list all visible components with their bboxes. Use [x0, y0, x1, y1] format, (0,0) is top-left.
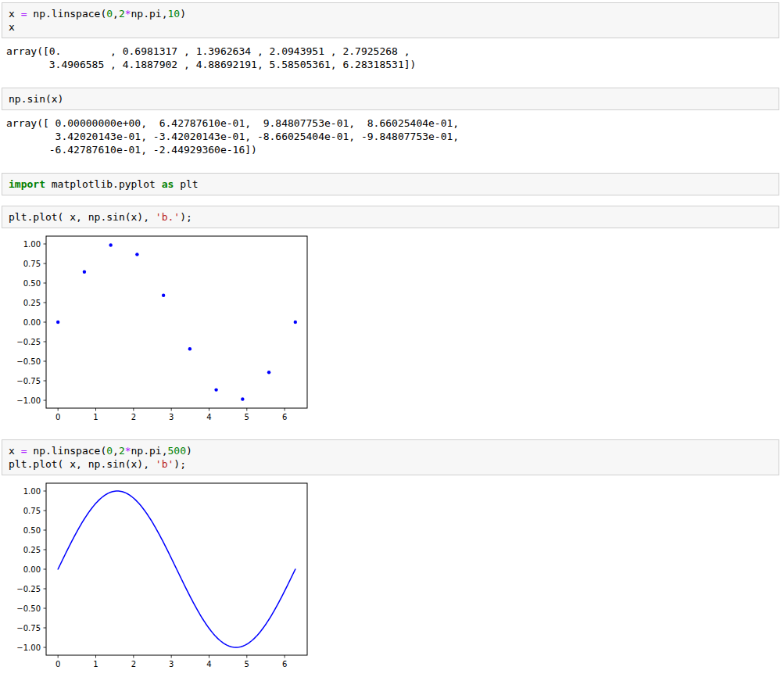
code-token-plain: , [113, 445, 119, 457]
y-tick-label: 0.25 [23, 546, 41, 554]
code-token-kw: import [9, 178, 45, 190]
output-array-x: array([0. , 0.6981317 , 1.3962634 , 2.09… [2, 45, 779, 71]
x-tick-label: 1 [93, 660, 98, 668]
y-tick-label: 0.00 [23, 318, 41, 327]
x-tick-label: 0 [55, 660, 60, 668]
x-tick-label: 6 [282, 660, 287, 668]
y-tick-label: 1.00 [23, 487, 41, 496]
code-token-num: 0 [106, 445, 113, 457]
x-tick-label: 2 [131, 413, 136, 421]
code-line: np.sin(x) [9, 92, 772, 106]
code-cell-linspace-10[interactable]: x = np.linspace(0,2*np.pi,10)x [2, 2, 779, 38]
code-token-num: 10 [168, 8, 181, 20]
code-cell-plot-dots[interactable]: plt.plot( x, np.sin(x), 'b.'); [2, 206, 779, 228]
code-token-plain: ); [180, 211, 192, 223]
x-tick-label: 6 [282, 413, 287, 421]
plot-figure-sine-line: 01234561.000.750.500.250.00−0.25−0.50−0.… [2, 480, 779, 674]
code-token-op: * [125, 445, 131, 457]
code-token-kw: as [162, 178, 174, 190]
code-token-plain: ); [174, 458, 186, 470]
code-cell-np-sin[interactable]: np.sin(x) [2, 88, 779, 110]
y-tick-label: 0.75 [23, 260, 41, 268]
y-tick-label: −0.25 [16, 585, 41, 593]
output-array-sin: array([ 0.00000000e+00, 6.42787610e-01, … [2, 116, 779, 156]
y-tick-label: −0.50 [16, 357, 41, 366]
data-point [241, 397, 244, 400]
y-tick-label: 1.00 [23, 240, 41, 249]
code-line: import matplotlib.pyplot as plt [9, 177, 772, 191]
data-point [109, 243, 112, 246]
y-tick-label: 0.50 [23, 526, 41, 535]
code-token-num: 2 [119, 445, 125, 457]
x-tick-label: 2 [131, 660, 136, 668]
code-token-plain: np.sin(x) [9, 93, 63, 105]
y-tick-label: −1.00 [16, 396, 41, 405]
code-token-plain: ) [180, 8, 186, 20]
x-tick-label: 3 [169, 413, 174, 421]
code-token-num: 2 [119, 8, 125, 20]
code-token-num: 0 [106, 8, 113, 20]
code-token-plain: np.linspace( [27, 8, 106, 20]
code-token-plain: plt.plot( x, np.sin(x), [9, 458, 156, 470]
data-point [188, 347, 192, 350]
y-tick-label: 0.50 [23, 279, 41, 288]
x-tick-label: 5 [245, 413, 249, 421]
data-point [162, 294, 165, 297]
code-line: plt.plot( x, np.sin(x), 'b.'); [9, 210, 772, 224]
code-token-plain: x [9, 21, 15, 33]
y-tick-label: 0.25 [23, 299, 41, 307]
x-tick-label: 4 [206, 660, 211, 668]
code-token-plain: x [9, 445, 21, 457]
code-token-plain: plt [174, 178, 198, 190]
code-line: x = np.linspace(0,2*np.pi,500) [9, 444, 772, 457]
y-tick-label: −0.25 [16, 338, 41, 346]
data-point [83, 271, 86, 274]
y-tick-label: −0.75 [16, 624, 41, 633]
plot-figure-sine-scatter: 01234561.000.750.500.250.00−0.25−0.50−0.… [2, 233, 779, 427]
y-tick-label: −0.50 [16, 604, 41, 613]
code-line: plt.plot( x, np.sin(x), 'b'); [9, 457, 772, 471]
x-tick-label: 1 [93, 413, 98, 421]
code-token-plain: ) [186, 445, 192, 457]
code-cell-import-matplotlib[interactable]: import matplotlib.pyplot as plt [2, 173, 779, 195]
code-token-op: * [125, 8, 131, 20]
notebook: x = np.linspace(0,2*np.pi,10)x array([0.… [0, 0, 784, 674]
y-tick-label: 0.75 [23, 507, 41, 515]
data-point [56, 321, 59, 324]
y-tick-label: −0.75 [16, 377, 41, 385]
data-point [294, 321, 297, 324]
code-cell-linspace-500-plot[interactable]: x = np.linspace(0,2*np.pi,500)plt.plot( … [2, 439, 779, 475]
code-token-plain: , [113, 8, 119, 20]
code-token-plain: matplotlib.pyplot [45, 178, 162, 190]
code-token-plain: np.linspace( [27, 445, 106, 457]
code-token-plain: plt.plot( x, np.sin(x), [9, 211, 156, 223]
x-tick-label: 4 [206, 413, 211, 421]
code-token-plain: x [9, 8, 21, 20]
code-line: x = np.linspace(0,2*np.pi,10) [9, 7, 772, 20]
chart-canvas: 01234561.000.750.500.250.00−0.25−0.50−0.… [2, 480, 308, 674]
code-token-plain: , [162, 8, 168, 20]
chart-canvas: 01234561.000.750.500.250.00−0.25−0.50−0.… [2, 233, 308, 427]
x-tick-label: 5 [245, 660, 249, 668]
x-tick-label: 0 [55, 413, 60, 421]
y-tick-label: 0.00 [23, 565, 41, 574]
code-line: x [9, 20, 772, 34]
code-token-plain: np.pi [131, 8, 162, 20]
code-token-str: 'b.' [156, 211, 180, 223]
data-point [267, 371, 270, 374]
y-tick-label: −1.00 [16, 643, 41, 652]
data-point [214, 388, 217, 391]
code-token-plain: , [162, 445, 168, 457]
code-token-str: 'b' [156, 458, 174, 470]
code-token-num: 500 [168, 445, 186, 457]
x-tick-label: 3 [169, 660, 174, 668]
data-point [135, 253, 138, 256]
code-token-plain: np.pi [131, 445, 162, 457]
